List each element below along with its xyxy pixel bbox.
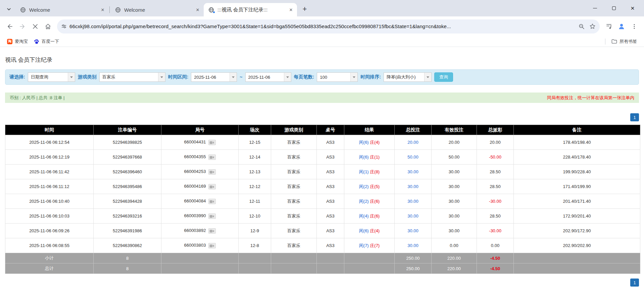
chevron-down-icon xyxy=(424,73,431,81)
bookmarks-divider xyxy=(605,39,605,45)
address-bar[interactable]: 66cxkj98.com/ipl/portal.php/game/betreco… xyxy=(57,19,600,34)
table-row: 2025-11-06 06:12:54522946398825660004431… xyxy=(5,135,640,150)
cell-remark: 202.90/202.90 xyxy=(514,238,640,253)
zoom-icon[interactable] xyxy=(579,23,585,29)
page-button-1[interactable]: 1 xyxy=(630,279,639,287)
cell-result: 闲(6) 庄(4) xyxy=(344,135,395,150)
cell-game-type: 百家乐 xyxy=(271,224,317,238)
cell-time: 2025-11-06 06:10:40 xyxy=(5,194,94,209)
total-bet-link[interactable]: 30.00 xyxy=(407,169,418,174)
browser-menu-button[interactable] xyxy=(628,20,641,33)
tab-close-icon[interactable]: ✕ xyxy=(288,6,294,13)
total-bet-link[interactable]: 30.00 xyxy=(407,243,418,248)
cell-bet-id: 522946397668 xyxy=(94,150,161,165)
cell-total-bet: 30.00 xyxy=(395,224,432,238)
minimize-button[interactable] xyxy=(586,0,604,16)
cell-remark: 201.40/171.40 xyxy=(514,194,640,209)
cell-game-type: 百家乐 xyxy=(271,179,317,194)
result-banker: 庄(8) xyxy=(370,169,380,174)
cell-session: 12-9 xyxy=(239,224,271,238)
round-number: 660003803 xyxy=(184,243,206,248)
video-replay-icon[interactable] xyxy=(208,155,216,160)
tab-welcome-1[interactable]: Welcome ✕ xyxy=(15,3,109,16)
date-to-select[interactable]: 2025-11-06 xyxy=(245,72,291,82)
red-note-text: 同局有效投注，统一计算在该局第一张注单内 xyxy=(547,95,634,101)
bookmarks-right: 所有书签 xyxy=(605,38,640,46)
total-bet-link[interactable]: 30.00 xyxy=(407,213,418,219)
video-replay-icon[interactable] xyxy=(208,140,216,145)
column-header: 结果 xyxy=(344,125,395,135)
bookmark-taobao[interactable]: 淘 爱淘宝 xyxy=(4,38,31,46)
cell-result: 闲(2) 庄(6) xyxy=(344,194,395,209)
per-page-select[interactable]: 100 xyxy=(317,72,358,82)
round-number: 660004169 xyxy=(184,184,206,189)
cell-round: 660004084 xyxy=(161,194,239,209)
table-row: 2025-11-06 06:09:26522946391986660003892… xyxy=(5,224,640,238)
close-button[interactable]: ✕ xyxy=(623,0,642,16)
chevron-down-icon xyxy=(284,73,291,81)
total-bet-link[interactable]: 50.00 xyxy=(407,155,418,160)
subtotal-row-cell: 220.00 xyxy=(432,253,477,263)
cell-valid-bet: 30.00 xyxy=(432,224,477,238)
back-button[interactable] xyxy=(3,20,16,33)
tab-betrecord-active[interactable]: :::视讯 会员下注纪录::: ✕ xyxy=(204,3,297,16)
tab-close-icon[interactable]: ✕ xyxy=(99,6,106,13)
stop-loading-button[interactable] xyxy=(29,20,42,33)
query-type-select[interactable]: 日期查询 xyxy=(28,72,75,82)
bookmark-star-icon[interactable] xyxy=(589,23,596,29)
date-from-select[interactable]: 2025-11-06 xyxy=(191,72,237,82)
cell-session: 12-10 xyxy=(239,209,271,224)
game-type-select[interactable]: 百家乐 xyxy=(99,72,165,82)
site-info-icon[interactable] xyxy=(61,23,67,29)
tab-separator xyxy=(109,6,110,13)
video-replay-icon[interactable] xyxy=(208,228,216,234)
total-row-cell: -4.50 xyxy=(477,263,514,274)
total-bet-link[interactable]: 30.00 xyxy=(407,199,418,204)
media-controls-button[interactable] xyxy=(602,20,615,33)
tab-search-button[interactable] xyxy=(4,4,13,14)
page-content: 视讯 会员下注纪录 请选择: 日期查询 游戏类别 百家乐 时间区间: 2025-… xyxy=(0,56,644,287)
profile-avatar[interactable] xyxy=(615,20,628,33)
video-replay-icon[interactable] xyxy=(208,169,216,175)
video-replay-icon[interactable] xyxy=(208,199,216,204)
new-tab-button[interactable]: + xyxy=(300,4,310,14)
forward-button[interactable] xyxy=(16,20,29,33)
browser-toolbar: 66cxkj98.com/ipl/portal.php/game/betreco… xyxy=(0,16,644,36)
home-button[interactable] xyxy=(42,20,54,33)
page-button-1[interactable]: 1 xyxy=(630,113,639,121)
cell-payout: 28.50 xyxy=(477,209,514,224)
forward-arrow-icon xyxy=(19,23,26,30)
tab-title: :::视讯 会员下注纪录::: xyxy=(217,7,288,13)
total-bet-link[interactable]: 20.00 xyxy=(407,140,418,145)
cell-session: 12-8 xyxy=(239,238,271,253)
globe-icon xyxy=(115,7,121,13)
cell-game-type: 百家乐 xyxy=(271,135,317,150)
cell-game-type: 百家乐 xyxy=(271,238,317,253)
column-header: 总投注 xyxy=(395,125,432,135)
cell-table-no: AS3 xyxy=(317,209,344,224)
tab-close-icon[interactable]: ✕ xyxy=(194,6,201,13)
search-button[interactable]: 查询 xyxy=(434,72,453,82)
maximize-icon xyxy=(612,6,616,10)
cell-time: 2025-11-06 06:08:55 xyxy=(5,238,94,253)
tab-strip: Welcome ✕ Welcome ✕ :::视讯 会员下注纪录::: ✕ + … xyxy=(0,0,644,16)
video-replay-icon[interactable] xyxy=(208,243,216,248)
total-bet-link[interactable]: 30.00 xyxy=(407,228,418,233)
cell-bet-id: 522946396460 xyxy=(94,165,161,179)
chevron-down-icon xyxy=(230,73,237,81)
cell-result: 闲(2) 庄(5) xyxy=(344,179,395,194)
maximize-button[interactable] xyxy=(604,0,623,16)
cell-time: 2025-11-06 06:12:19 xyxy=(5,150,94,165)
total-bet-link[interactable]: 30.00 xyxy=(407,184,418,189)
three-dot-menu-icon xyxy=(631,23,637,29)
all-bookmarks-button[interactable]: 所有书签 xyxy=(608,38,640,46)
bookmark-baidu[interactable]: 百度一下 xyxy=(31,38,62,46)
sort-select[interactable]: 降幂(由大到小) xyxy=(384,72,432,82)
payout-value: -50.00 xyxy=(489,155,501,160)
cell-game-type: 百家乐 xyxy=(271,165,317,179)
tab-welcome-2[interactable]: Welcome ✕ xyxy=(110,3,204,16)
table-row: 2025-11-06 06:10:03522946393216660003990… xyxy=(5,209,640,224)
cell-table-no: AS3 xyxy=(317,165,344,179)
video-replay-icon[interactable] xyxy=(208,184,216,189)
video-replay-icon[interactable] xyxy=(208,213,216,219)
